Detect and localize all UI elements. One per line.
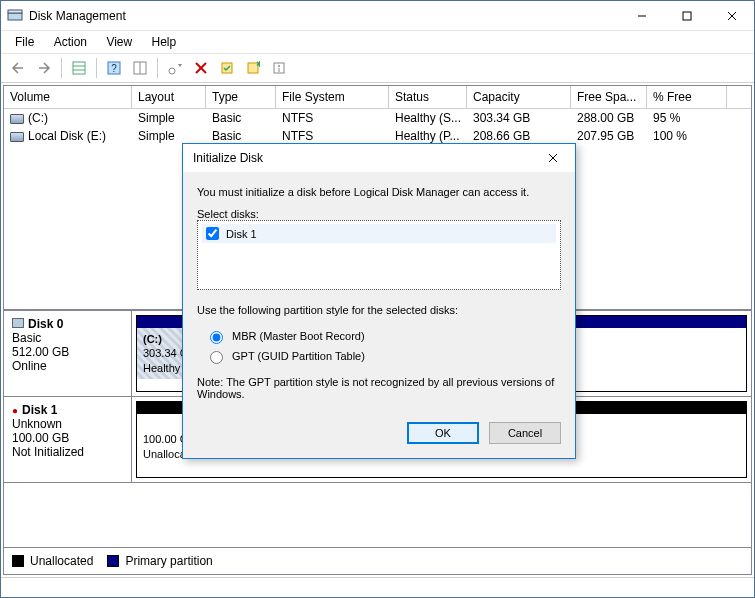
drive-icon <box>10 132 24 142</box>
gpt-radio[interactable]: GPT (GUID Partition Table) <box>205 346 561 366</box>
volume-header: Volume Layout Type File System Status Ca… <box>4 86 751 109</box>
svg-point-13 <box>169 68 175 74</box>
dialog-message: You must initialize a disk before Logica… <box>197 186 561 198</box>
col-fs[interactable]: File System <box>276 86 389 108</box>
window-title: Disk Management <box>29 9 619 23</box>
disk-info: Disk 1 Unknown 100.00 GB Not Initialized <box>4 397 132 482</box>
properties-icon[interactable] <box>268 57 290 79</box>
help-icon[interactable]: ? <box>103 57 125 79</box>
volume-row[interactable]: (C:) Simple Basic NTFS Healthy (S... 303… <box>4 109 751 127</box>
svg-rect-0 <box>8 13 22 20</box>
svg-rect-3 <box>683 12 691 20</box>
titlebar: Disk Management <box>1 1 754 31</box>
disk-type-icon <box>12 318 24 328</box>
mbr-radio[interactable]: MBR (Master Boot Record) <box>205 326 561 346</box>
disk-checkbox[interactable] <box>206 227 219 240</box>
close-button[interactable] <box>709 1 754 30</box>
col-layout[interactable]: Layout <box>132 86 206 108</box>
legend-swatch-primary <box>107 555 119 567</box>
check-icon[interactable] <box>216 57 238 79</box>
menu-view[interactable]: View <box>98 33 140 51</box>
svg-point-20 <box>278 65 280 67</box>
statusbar <box>1 577 754 597</box>
col-free[interactable]: Free Spa... <box>571 86 647 108</box>
svg-text:✱: ✱ <box>256 61 260 69</box>
dialog-title: Initialize Disk <box>193 151 537 165</box>
toolbar: ? ✱ <box>1 54 754 83</box>
partition-style-label: Use the following partition style for th… <box>197 304 561 316</box>
refresh-icon[interactable] <box>164 57 186 79</box>
disk-select-list[interactable]: Disk 1 <box>197 220 561 290</box>
disk-info: Disk 0 Basic 512.00 GB Online <box>4 311 132 396</box>
disk-checkbox-item[interactable]: Disk 1 <box>202 224 556 243</box>
minimize-button[interactable] <box>619 1 664 30</box>
col-capacity[interactable]: Capacity <box>467 86 571 108</box>
dialog-note: Note: The GPT partition style is not rec… <box>197 376 561 400</box>
svg-rect-6 <box>73 62 85 74</box>
drive-icon <box>10 114 24 124</box>
table-view-icon[interactable] <box>68 57 90 79</box>
panes-icon[interactable] <box>129 57 151 79</box>
col-pctfree[interactable]: % Free <box>647 86 727 108</box>
col-status[interactable]: Status <box>389 86 467 108</box>
col-volume[interactable]: Volume <box>4 86 132 108</box>
cancel-button[interactable]: Cancel <box>489 422 561 444</box>
maximize-button[interactable] <box>664 1 709 30</box>
main-window: Disk Management File Action View Help ? … <box>0 0 755 598</box>
svg-text:?: ? <box>111 63 117 74</box>
new-icon[interactable]: ✱ <box>242 57 264 79</box>
back-button[interactable] <box>7 57 29 79</box>
select-disks-label: Select disks: <box>197 208 561 220</box>
legend: Unallocated Primary partition <box>4 547 751 574</box>
forward-button[interactable] <box>33 57 55 79</box>
dialog-close-button[interactable] <box>537 146 569 170</box>
legend-swatch-unallocated <box>12 555 24 567</box>
menu-file[interactable]: File <box>7 33 42 51</box>
menubar: File Action View Help <box>1 31 754 54</box>
menu-help[interactable]: Help <box>144 33 185 51</box>
app-icon <box>7 8 23 24</box>
delete-icon[interactable] <box>190 57 212 79</box>
svg-rect-1 <box>8 10 22 13</box>
ok-button[interactable]: OK <box>407 422 479 444</box>
col-type[interactable]: Type <box>206 86 276 108</box>
initialize-disk-dialog: Initialize Disk You must initialize a di… <box>182 143 576 459</box>
menu-action[interactable]: Action <box>46 33 95 51</box>
